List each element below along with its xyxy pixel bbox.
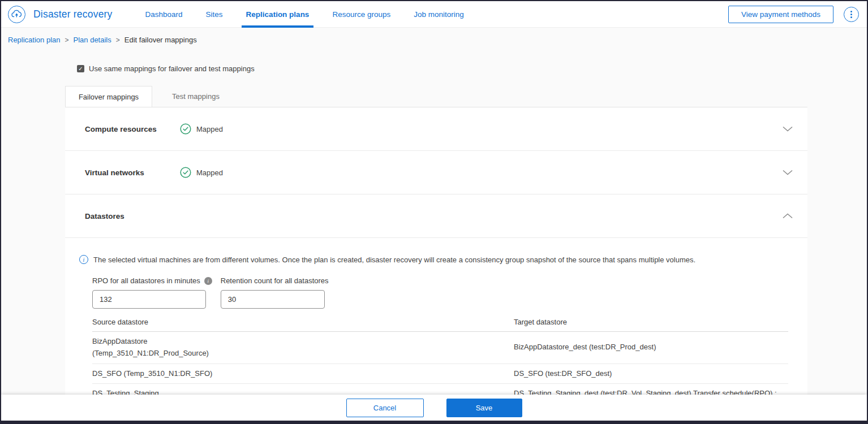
cancel-button[interactable]: Cancel bbox=[346, 399, 424, 417]
section-compute-resources[interactable]: Compute resources Mapped bbox=[65, 107, 807, 151]
app-logo-cloud-icon bbox=[8, 6, 25, 23]
save-button[interactable]: Save bbox=[446, 399, 522, 417]
mapped-status-label: Mapped bbox=[196, 125, 223, 133]
chevron-up-icon[interactable] bbox=[783, 213, 793, 219]
column-target-datastore: Target datastore bbox=[514, 318, 788, 326]
volumes-info-text: The selected virtual machines are from d… bbox=[93, 256, 695, 264]
primary-nav: Dashboard Sites Replication plans Resour… bbox=[144, 1, 465, 28]
breadcrumb-separator-icon: > bbox=[116, 36, 120, 44]
breadcrumb-separator-icon: > bbox=[65, 36, 69, 44]
failover-mappings-panel: Compute resources Mapped Virtual network… bbox=[65, 107, 807, 423]
rpo-label: RPO for all datastores in minutes bbox=[92, 276, 200, 285]
source-datastore-cell: DS_SFO (Temp_3510_N1:DR_SFO) bbox=[92, 368, 514, 380]
view-payment-methods-button[interactable]: View payment methods bbox=[728, 6, 833, 23]
top-header: Disaster recovery Dashboard Sites Replic… bbox=[1, 1, 867, 28]
info-icon: i bbox=[79, 255, 88, 264]
section-datastores[interactable]: Datastores bbox=[65, 194, 807, 238]
datastores-expanded-body: i The selected virtual machines are from… bbox=[65, 238, 807, 416]
volumes-info-message: i The selected virtual machines are from… bbox=[79, 255, 792, 264]
table-header: Source datastore Target datastore bbox=[92, 314, 788, 332]
rpo-input[interactable] bbox=[92, 290, 206, 309]
tab-test-mappings[interactable]: Test mappings bbox=[152, 86, 239, 107]
success-check-icon bbox=[180, 123, 191, 135]
column-source-datastore: Source datastore bbox=[92, 318, 514, 326]
chevron-down-icon[interactable] bbox=[783, 170, 793, 175]
retention-input[interactable] bbox=[221, 290, 325, 309]
tab-failover-mappings[interactable]: Failover mappings bbox=[65, 86, 152, 107]
rpo-field: RPO for all datastores in minutes i bbox=[92, 276, 212, 309]
header-actions: View payment methods bbox=[728, 6, 859, 23]
nav-item-job-monitoring[interactable]: Job monitoring bbox=[412, 1, 465, 28]
section-title: Virtual networks bbox=[85, 168, 180, 177]
chevron-down-icon[interactable] bbox=[783, 126, 793, 132]
nav-item-replication-plans[interactable]: Replication plans bbox=[245, 1, 311, 28]
table-row: DS_SFO (Temp_3510_N1:DR_SFO) DS_SFO (tes… bbox=[92, 364, 788, 384]
mappings-tabs: Failover mappings Test mappings bbox=[65, 86, 867, 107]
breadcrumb-plan-details[interactable]: Plan details bbox=[74, 36, 111, 44]
kebab-menu-icon[interactable] bbox=[844, 7, 859, 22]
same-mappings-option: ✓ Use same mappings for failover and tes… bbox=[77, 64, 867, 73]
section-virtual-networks[interactable]: Virtual networks Mapped bbox=[65, 151, 807, 194]
footer-action-bar: Cancel Save bbox=[1, 395, 867, 421]
success-check-icon bbox=[180, 167, 191, 178]
target-datastore-cell: DS_SFO (test:DR_SFO_dest) bbox=[514, 368, 788, 380]
section-title: Compute resources bbox=[85, 125, 180, 133]
mapped-status: Mapped bbox=[180, 123, 223, 135]
target-datastore-cell: BizAppDatastore_dest (test:DR_Prod_dest) bbox=[514, 341, 788, 353]
mapped-status-label: Mapped bbox=[196, 168, 223, 177]
nav-item-resource-groups[interactable]: Resource groups bbox=[331, 1, 392, 28]
nav-item-dashboard[interactable]: Dashboard bbox=[144, 1, 184, 28]
section-title: Datastores bbox=[85, 212, 180, 220]
mapped-status: Mapped bbox=[180, 167, 223, 178]
table-row: BizAppDatastore (Temp_3510_N1:DR_Prod_So… bbox=[92, 332, 788, 364]
same-mappings-checkbox[interactable]: ✓ bbox=[77, 65, 84, 72]
page-content: ✓ Use same mappings for failover and tes… bbox=[1, 64, 867, 423]
breadcrumb-replication-plan[interactable]: Replication plan bbox=[8, 36, 61, 44]
nav-item-sites[interactable]: Sites bbox=[205, 1, 224, 28]
rpo-info-icon[interactable]: i bbox=[204, 277, 212, 285]
retention-label: Retention count for all datastores bbox=[221, 276, 329, 285]
breadcrumb: Replication plan > Plan details > Edit f… bbox=[1, 28, 867, 50]
app-window: Disaster recovery Dashboard Sites Replic… bbox=[0, 0, 868, 424]
source-datastore-cell: BizAppDatastore (Temp_3510_N1:DR_Prod_So… bbox=[92, 336, 514, 360]
datastore-settings-fields: RPO for all datastores in minutes i Rete… bbox=[92, 276, 792, 309]
app-title: Disaster recovery bbox=[33, 8, 113, 20]
same-mappings-label: Use same mappings for failover and test … bbox=[89, 64, 255, 73]
breadcrumb-current-page: Edit failover mappings bbox=[124, 36, 197, 44]
retention-field: Retention count for all datastores bbox=[221, 276, 329, 309]
